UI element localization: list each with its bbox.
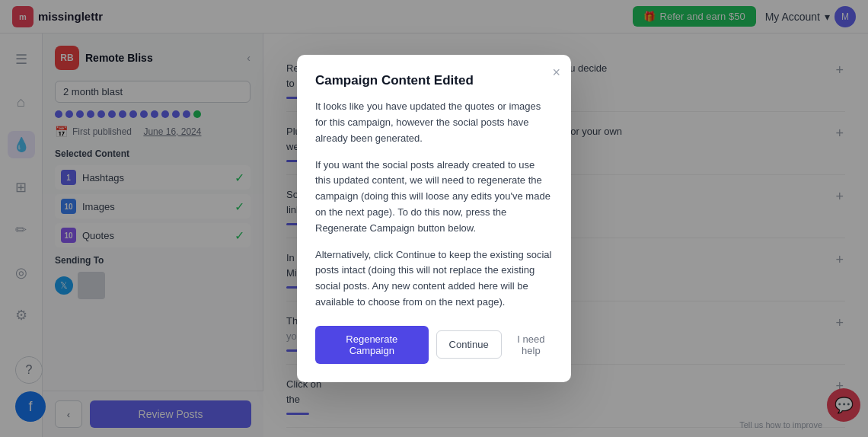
help-button[interactable]: I need help [509,333,553,356]
regenerate-campaign-button[interactable]: Regenerate Campaign [315,326,429,364]
modal-overlay: Campaign Content Edited × It looks like … [0,0,868,437]
modal-paragraph-2: If you want the social posts already cre… [315,158,553,237]
continue-button[interactable]: Continue [436,330,502,359]
modal-title: Campaign Content Edited [315,73,553,88]
modal-body: It looks like you have updated the quote… [315,99,553,311]
modal-actions: Regenerate Campaign Continue I need help [315,326,553,364]
modal-paragraph-3: Alternatively, click Continue to keep th… [315,247,553,311]
modal-paragraph-1: It looks like you have updated the quote… [315,99,553,146]
modal-dialog: Campaign Content Edited × It looks like … [297,55,571,382]
modal-close-button[interactable]: × [552,65,560,79]
